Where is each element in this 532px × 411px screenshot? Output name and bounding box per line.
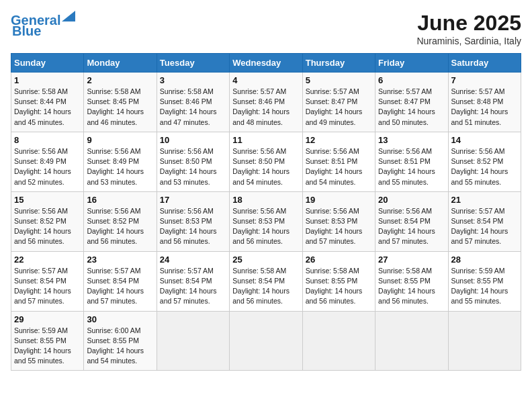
logo-blue: Blue: [12, 24, 41, 38]
day-number: 30: [87, 314, 153, 324]
day-info: Sunrise: 5:58 AM Sunset: 8:55 PM Dayligh…: [306, 266, 372, 307]
day-number: 24: [160, 255, 226, 265]
day-info: Sunrise: 5:56 AM Sunset: 8:50 PM Dayligh…: [160, 146, 226, 187]
page-header: General Blue June 2025 Nuraminis, Sardin…: [11, 11, 521, 46]
day-number: 1: [14, 75, 81, 85]
calendar-cell: 2 Sunrise: 5:58 AM Sunset: 8:45 PM Dayli…: [84, 73, 157, 132]
day-number: 2: [87, 75, 153, 85]
calendar-week-row: 22 Sunrise: 5:57 AM Sunset: 8:54 PM Dayl…: [11, 251, 521, 311]
day-info: Sunrise: 5:56 AM Sunset: 8:51 PM Dayligh…: [306, 146, 372, 187]
calendar-cell: [230, 311, 302, 371]
logo: General Blue: [11, 11, 75, 38]
day-number: 17: [160, 195, 226, 205]
calendar-cell: [302, 311, 375, 371]
day-number: 13: [378, 135, 445, 145]
day-number: 29: [14, 314, 81, 324]
weekday-header-row: SundayMondayTuesdayWednesdayThursdayFrid…: [11, 54, 521, 73]
calendar-table: SundayMondayTuesdayWednesdayThursdayFrid…: [11, 53, 521, 371]
day-info: Sunrise: 5:58 AM Sunset: 8:44 PM Dayligh…: [14, 87, 81, 128]
calendar-cell: 27 Sunrise: 5:58 AM Sunset: 8:55 PM Dayl…: [375, 251, 448, 311]
day-number: 11: [232, 135, 299, 145]
svg-marker-0: [62, 11, 75, 21]
calendar-cell: 20 Sunrise: 5:56 AM Sunset: 8:54 PM Dayl…: [375, 191, 448, 251]
day-number: 16: [87, 195, 153, 205]
day-number: 19: [306, 195, 372, 205]
day-number: 23: [87, 255, 153, 265]
day-info: Sunrise: 5:56 AM Sunset: 8:52 PM Dayligh…: [451, 146, 518, 187]
calendar-cell: 26 Sunrise: 5:58 AM Sunset: 8:55 PM Dayl…: [302, 251, 375, 311]
day-info: Sunrise: 5:58 AM Sunset: 8:45 PM Dayligh…: [87, 87, 153, 128]
day-info: Sunrise: 5:57 AM Sunset: 8:54 PM Dayligh…: [160, 266, 226, 307]
calendar-week-row: 1 Sunrise: 5:58 AM Sunset: 8:44 PM Dayli…: [11, 73, 521, 132]
logo-arrow-icon: [62, 11, 75, 21]
day-info: Sunrise: 5:59 AM Sunset: 8:55 PM Dayligh…: [14, 326, 81, 367]
day-number: 8: [14, 135, 81, 145]
day-info: Sunrise: 5:57 AM Sunset: 8:54 PM Dayligh…: [87, 266, 153, 307]
calendar-week-row: 29 Sunrise: 5:59 AM Sunset: 8:55 PM Dayl…: [11, 311, 521, 371]
day-info: Sunrise: 5:58 AM Sunset: 8:54 PM Dayligh…: [232, 266, 299, 307]
day-info: Sunrise: 5:56 AM Sunset: 8:53 PM Dayligh…: [160, 206, 226, 247]
calendar-cell: 25 Sunrise: 5:58 AM Sunset: 8:54 PM Dayl…: [230, 251, 302, 311]
calendar-cell: 24 Sunrise: 5:57 AM Sunset: 8:54 PM Dayl…: [157, 251, 229, 311]
day-info: Sunrise: 5:57 AM Sunset: 8:46 PM Dayligh…: [232, 87, 299, 128]
weekday-header-saturday: Saturday: [448, 54, 521, 73]
weekday-header-wednesday: Wednesday: [230, 54, 302, 73]
calendar-cell: 14 Sunrise: 5:56 AM Sunset: 8:52 PM Dayl…: [448, 132, 521, 191]
calendar-cell: 10 Sunrise: 5:56 AM Sunset: 8:50 PM Dayl…: [157, 132, 229, 191]
day-info: Sunrise: 5:57 AM Sunset: 8:47 PM Dayligh…: [378, 87, 445, 128]
day-info: Sunrise: 5:57 AM Sunset: 8:47 PM Dayligh…: [306, 87, 372, 128]
calendar-cell: 21 Sunrise: 5:57 AM Sunset: 8:54 PM Dayl…: [448, 191, 521, 251]
day-info: Sunrise: 5:56 AM Sunset: 8:52 PM Dayligh…: [87, 206, 153, 247]
day-number: 7: [451, 75, 518, 85]
weekday-header-friday: Friday: [375, 54, 448, 73]
weekday-header-sunday: Sunday: [11, 54, 84, 73]
title-block: June 2025 Nuraminis, Sardinia, Italy: [416, 11, 521, 46]
calendar-cell: 15 Sunrise: 5:56 AM Sunset: 8:52 PM Dayl…: [11, 191, 84, 251]
day-number: 4: [232, 75, 299, 85]
day-info: Sunrise: 5:57 AM Sunset: 8:48 PM Dayligh…: [451, 87, 518, 128]
calendar-cell: 12 Sunrise: 5:56 AM Sunset: 8:51 PM Dayl…: [302, 132, 375, 191]
day-info: Sunrise: 5:56 AM Sunset: 8:53 PM Dayligh…: [232, 206, 299, 247]
calendar-cell: 7 Sunrise: 5:57 AM Sunset: 8:48 PM Dayli…: [448, 73, 521, 132]
calendar-cell: 29 Sunrise: 5:59 AM Sunset: 8:55 PM Dayl…: [11, 311, 84, 371]
day-info: Sunrise: 5:56 AM Sunset: 8:54 PM Dayligh…: [378, 206, 445, 247]
calendar-cell: 28 Sunrise: 5:59 AM Sunset: 8:55 PM Dayl…: [448, 251, 521, 311]
day-info: Sunrise: 5:56 AM Sunset: 8:52 PM Dayligh…: [14, 206, 81, 247]
day-info: Sunrise: 5:56 AM Sunset: 8:53 PM Dayligh…: [306, 206, 372, 247]
day-info: Sunrise: 5:57 AM Sunset: 8:54 PM Dayligh…: [451, 206, 518, 247]
day-info: Sunrise: 5:56 AM Sunset: 8:49 PM Dayligh…: [14, 146, 81, 187]
day-info: Sunrise: 5:56 AM Sunset: 8:50 PM Dayligh…: [232, 146, 299, 187]
day-number: 22: [14, 255, 81, 265]
day-number: 27: [378, 255, 445, 265]
weekday-header-monday: Monday: [84, 54, 157, 73]
calendar-cell: 11 Sunrise: 5:56 AM Sunset: 8:50 PM Dayl…: [230, 132, 302, 191]
day-number: 3: [160, 75, 226, 85]
weekday-header-tuesday: Tuesday: [157, 54, 229, 73]
calendar-cell: 23 Sunrise: 5:57 AM Sunset: 8:54 PM Dayl…: [84, 251, 157, 311]
calendar-title: June 2025: [416, 11, 521, 36]
day-info: Sunrise: 5:58 AM Sunset: 8:55 PM Dayligh…: [378, 266, 445, 307]
calendar-cell: 16 Sunrise: 5:56 AM Sunset: 8:52 PM Dayl…: [84, 191, 157, 251]
calendar-week-row: 8 Sunrise: 5:56 AM Sunset: 8:49 PM Dayli…: [11, 132, 521, 191]
day-number: 26: [306, 255, 372, 265]
day-number: 14: [451, 135, 518, 145]
day-info: Sunrise: 5:56 AM Sunset: 8:51 PM Dayligh…: [378, 146, 445, 187]
day-number: 20: [378, 195, 445, 205]
day-number: 18: [232, 195, 299, 205]
calendar-cell: 5 Sunrise: 5:57 AM Sunset: 8:47 PM Dayli…: [302, 73, 375, 132]
calendar-cell: 6 Sunrise: 5:57 AM Sunset: 8:47 PM Dayli…: [375, 73, 448, 132]
calendar-cell: 8 Sunrise: 5:56 AM Sunset: 8:49 PM Dayli…: [11, 132, 84, 191]
calendar-cell: [448, 311, 521, 371]
calendar-cell: 22 Sunrise: 5:57 AM Sunset: 8:54 PM Dayl…: [11, 251, 84, 311]
weekday-header-thursday: Thursday: [302, 54, 375, 73]
day-number: 10: [160, 135, 226, 145]
day-number: 12: [306, 135, 372, 145]
calendar-cell: 18 Sunrise: 5:56 AM Sunset: 8:53 PM Dayl…: [230, 191, 302, 251]
day-number: 9: [87, 135, 153, 145]
day-number: 21: [451, 195, 518, 205]
day-number: 28: [451, 255, 518, 265]
day-info: Sunrise: 5:56 AM Sunset: 8:49 PM Dayligh…: [87, 146, 153, 187]
calendar-cell: [157, 311, 229, 371]
calendar-cell: 9 Sunrise: 5:56 AM Sunset: 8:49 PM Dayli…: [84, 132, 157, 191]
day-number: 15: [14, 195, 81, 205]
